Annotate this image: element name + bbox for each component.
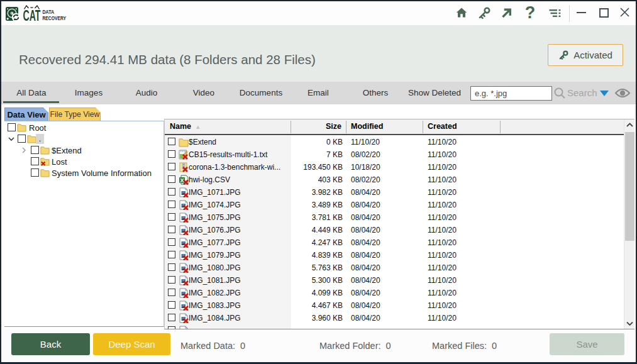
svg-text:DATA: DATA: [43, 9, 55, 15]
svg-text:RECOVERY: RECOVERY: [43, 15, 67, 21]
svg-text:X: X: [180, 177, 184, 184]
svg-text:CAT: CAT: [23, 7, 41, 24]
